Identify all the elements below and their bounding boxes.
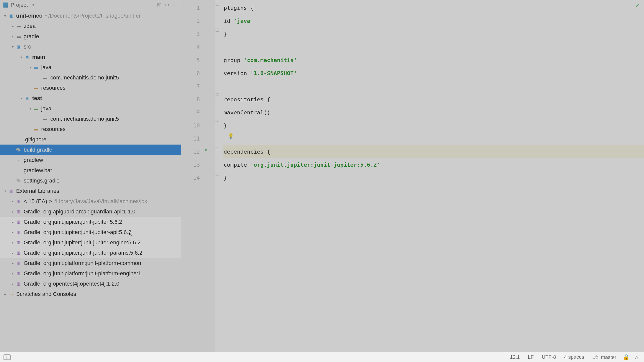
tree-node-java-test[interactable]: ▾ ▬ java [0, 103, 181, 114]
fold-icon[interactable]: – [216, 120, 219, 123]
library-icon: ▥ [16, 260, 22, 266]
chevron-right-icon[interactable]: ▸ [10, 199, 16, 203]
chevron-right-icon[interactable]: ▸ [10, 272, 16, 276]
tree-node-external-libraries[interactable]: ▾ ▥ External Libraries [0, 186, 181, 196]
tree-node-jdk[interactable]: ▸ ▥ < 15 (EA) > /Library/Java/JavaVirtua… [0, 196, 181, 206]
code-line[interactable]: id 'java' [223, 15, 644, 28]
fold-icon[interactable]: – [216, 146, 219, 149]
node-label: .idea [24, 23, 36, 29]
code-line[interactable]: } [223, 119, 644, 132]
code-body[interactable]: 💡 plugins { id 'java'}group 'com.mechani… [220, 0, 644, 352]
node-label: gradle [24, 33, 39, 40]
tree-node-gradlew[interactable]: ▫ gradlew [0, 155, 181, 165]
code-line[interactable]: group 'com.mechanitis' [223, 54, 644, 67]
chevron-right-icon[interactable]: ▸ [10, 24, 16, 28]
indent-setting[interactable]: 4 spaces [560, 354, 588, 360]
tree-node-gradlew-bat[interactable]: ▫ gradlew.bat [0, 165, 181, 175]
tree-node-pkg-test[interactable]: ▬ com.mechanitis.demo.junit5 [0, 114, 181, 124]
run-icon[interactable]: ▶ [205, 147, 208, 152]
chevron-right-icon[interactable]: ▸ [10, 251, 16, 255]
chevron-down-icon[interactable]: ▾ [18, 96, 24, 100]
code-line[interactable] [223, 41, 644, 54]
gear-icon[interactable]: ⚙ [164, 2, 170, 8]
tree-node-gitignore[interactable]: ▫ .gitignore [0, 134, 181, 145]
code-line[interactable] [223, 132, 644, 145]
lock-icon[interactable]: 🔒 [620, 354, 632, 360]
chevron-right-icon[interactable]: ▸ [10, 210, 16, 214]
code-line[interactable]: plugins { [223, 2, 644, 15]
code-line[interactable]: } [223, 28, 644, 41]
status-bar: 12:1 LF UTF-8 4 spaces ⎇ master 🔒 ⌕ [0, 352, 644, 362]
project-view-title[interactable]: Project [11, 2, 28, 8]
chevron-right-icon[interactable]: ▸ [10, 282, 16, 286]
tree-node-gradle[interactable]: ▸ ▬ gradle [0, 31, 181, 41]
minimize-icon[interactable]: — [172, 2, 178, 8]
tree-node-scratches[interactable]: ▸ ◌ Scratches and Consoles [0, 289, 181, 299]
tree-node-lib-platform-engine[interactable]: ▸ ▥ Gradle: org.junit.platform:junit-pla… [0, 268, 181, 279]
chevron-down-icon[interactable]: ▼ [32, 3, 35, 7]
chevron-right-icon[interactable]: ▸ [10, 220, 16, 224]
tree-node-java-main[interactable]: ▾ ▬ java [0, 62, 181, 72]
tree-node-lib-opentest4j[interactable]: ▸ ▥ Gradle: org.opentest4j:opentest4j:1.… [0, 279, 181, 289]
tree-node-lib-jupiter-engine[interactable]: ▸ ▥ Gradle: org.junit.jupiter:junit-jupi… [0, 237, 181, 248]
code-line[interactable]: } [223, 171, 644, 185]
chevron-down-icon[interactable]: ▾ [27, 107, 33, 111]
select-opened-file-icon[interactable]: ⇱ [156, 2, 162, 8]
code-line[interactable]: mavenCentral() [223, 106, 644, 119]
git-branch[interactable]: ⎇ master [588, 354, 620, 360]
code-line[interactable]: version '1.0-SNAPSHOT' [223, 67, 644, 80]
library-icon: ▥ [16, 240, 22, 246]
tree-node-lib-platform-common[interactable]: ▸ ▥ Gradle: org.junit.platform:junit-pla… [0, 258, 181, 268]
tree-node-settings-gradle[interactable]: 🐘 settings.gradle [0, 175, 181, 186]
line-number: 12 [181, 145, 200, 158]
node-label: Gradle: org.junit.platform:junit-platfor… [24, 260, 141, 266]
chevron-down-icon[interactable]: ▾ [2, 14, 8, 18]
code-line[interactable]: compile 'org.junit.jupiter:junit-jupiter… [223, 158, 644, 171]
tree-node-test[interactable]: ▾ ▣ test [0, 93, 181, 103]
chevron-right-icon[interactable]: ▸ [10, 230, 16, 234]
fold-icon[interactable]: – [216, 94, 219, 97]
project-tree[interactable]: ▾ ▣ unit-cinco ~/Documents/Projects/tris… [0, 10, 181, 299]
file-encoding[interactable]: UTF-8 [538, 354, 560, 360]
tree-node-build-gradle[interactable]: 🐘 build.gradle [0, 145, 181, 155]
chevron-right-icon[interactable]: ▸ [10, 261, 16, 265]
code-line[interactable]: repositories { [223, 93, 644, 106]
tree-node-lib-jupiter-api[interactable]: ▸ ▥ Gradle: org.junit.jupiter:junit-jupi… [0, 227, 181, 237]
editor-gutter: 1234567891011121314 ▶ [181, 0, 215, 352]
tree-node-pkg-main[interactable]: ▬ com.mechanitis.demo.junit5 [0, 72, 181, 83]
code-line[interactable] [223, 80, 644, 93]
tree-node-lib-jupiter[interactable]: ▸ ▥ Gradle: org.junit.jupiter:junit-jupi… [0, 217, 181, 227]
tree-node-resources-main[interactable]: ▬ resources [0, 83, 181, 93]
tree-node-lib-jupiter-params[interactable]: ▸ ▥ Gradle: org.junit.jupiter:junit-jupi… [0, 248, 181, 258]
node-label: Gradle: org.junit.jupiter:junit-jupiter-… [24, 229, 131, 236]
line-ending[interactable]: LF [524, 354, 538, 360]
tree-node-main[interactable]: ▾ ▣ main [0, 52, 181, 62]
code-line[interactable]: dependencies { [223, 145, 644, 158]
chevron-right-icon[interactable]: ▸ [2, 292, 8, 296]
library-icon: ▥ [16, 219, 22, 225]
chevron-down-icon[interactable]: ▾ [2, 189, 8, 193]
library-icon: ▥ [16, 270, 22, 277]
node-label: gradlew.bat [24, 167, 52, 174]
fold-icon[interactable]: – [216, 28, 219, 32]
tree-node-src[interactable]: ▾ ▣ src [0, 41, 181, 52]
code-editor[interactable]: ✔ 1234567891011121314 ▶ –––––– 💡 plugins… [181, 0, 644, 352]
tree-node-idea[interactable]: ▸ ▬ .idea [0, 21, 181, 31]
chevron-right-icon[interactable]: ▸ [10, 241, 16, 245]
jdk-icon: ▥ [16, 198, 22, 204]
tree-node-lib-apiguardian[interactable]: ▸ ▥ Gradle: org.apiguardian:apiguardian-… [0, 206, 181, 217]
chevron-down-icon[interactable]: ▾ [10, 45, 16, 49]
caret-position[interactable]: 12:1 [506, 354, 524, 360]
fold-icon[interactable]: – [216, 2, 219, 6]
tree-node-resources-test[interactable]: ▬ resources [0, 124, 181, 134]
folder-icon: ▬ [16, 33, 22, 39]
chevron-down-icon[interactable]: ▾ [27, 65, 33, 69]
fold-icon[interactable]: – [216, 172, 219, 175]
line-number: 6 [181, 67, 200, 80]
tool-window-toggle-icon[interactable] [4, 354, 11, 360]
search-icon[interactable]: ⌕ [632, 354, 640, 360]
tree-node-root[interactable]: ▾ ▣ unit-cinco ~/Documents/Projects/tris… [0, 11, 181, 21]
chevron-right-icon[interactable]: ▸ [10, 34, 16, 38]
chevron-down-icon[interactable]: ▾ [18, 55, 24, 59]
gradle-file-icon: 🐘 [16, 147, 22, 153]
